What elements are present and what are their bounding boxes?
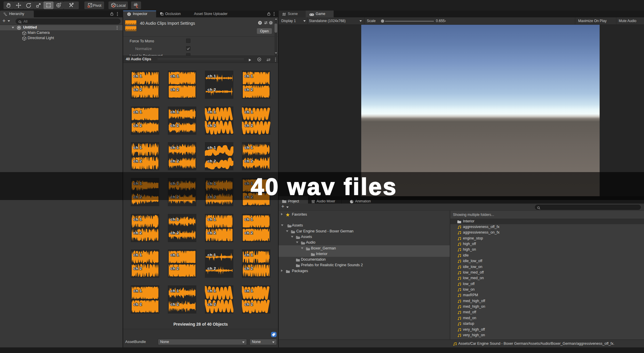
- svg-text:ch 1: ch 1: [133, 217, 142, 222]
- svg-text:ch 2: ch 2: [170, 87, 179, 92]
- svg-text:ch 2: ch 2: [208, 302, 216, 307]
- svg-text:ch 1: ch 1: [208, 74, 216, 78]
- svg-text:ch 2: ch 2: [170, 266, 179, 271]
- svg-text:ch 2: ch 2: [208, 231, 216, 235]
- svg-text:ch 1: ch 1: [133, 289, 142, 293]
- svg-text:ch 2: ch 2: [208, 87, 216, 92]
- svg-text:ch 1: ch 1: [245, 74, 253, 78]
- svg-text:ch 1: ch 1: [170, 253, 179, 257]
- svg-text:ch 2: ch 2: [245, 266, 253, 271]
- svg-text:ch 2: ch 2: [133, 302, 142, 307]
- svg-text:ch 1: ch 1: [133, 253, 142, 257]
- svg-text:ch 1: ch 1: [245, 253, 253, 257]
- svg-text:ch 2: ch 2: [133, 231, 142, 235]
- svg-text:ch 2: ch 2: [133, 123, 142, 128]
- svg-text:ch 1: ch 1: [245, 110, 253, 114]
- svg-text:ch 1: ch 1: [133, 74, 142, 78]
- svg-text:ch 1: ch 1: [208, 289, 216, 293]
- svg-text:ch 2: ch 2: [133, 159, 142, 163]
- svg-text:ch 1: ch 1: [245, 145, 253, 150]
- svg-text:ch 1: ch 1: [133, 110, 142, 114]
- svg-text:ch 1: ch 1: [170, 74, 179, 78]
- svg-text:ch 2: ch 2: [208, 266, 216, 271]
- svg-text:ch 1: ch 1: [170, 217, 179, 222]
- svg-text:ch 1: ch 1: [208, 145, 216, 150]
- svg-text:ch 2: ch 2: [208, 123, 216, 128]
- svg-text:ch 2: ch 2: [133, 87, 142, 92]
- svg-text:ch 2: ch 2: [170, 123, 179, 128]
- svg-text:ch 1: ch 1: [133, 145, 142, 150]
- svg-text:ch 2: ch 2: [245, 231, 253, 235]
- svg-text:ch 1: ch 1: [170, 289, 179, 293]
- svg-text:ch 1: ch 1: [170, 110, 179, 114]
- svg-text:ch 2: ch 2: [170, 159, 179, 163]
- svg-text:ch 2: ch 2: [170, 231, 179, 235]
- svg-text:ch 1: ch 1: [208, 110, 216, 114]
- svg-text:ch 1: ch 1: [170, 145, 179, 150]
- svg-text:?: ?: [259, 21, 261, 24]
- svg-text:ch 2: ch 2: [245, 159, 253, 163]
- svg-text:ch 1: ch 1: [208, 217, 216, 222]
- svg-text:ch 1: ch 1: [245, 217, 253, 222]
- svg-text:ch 2: ch 2: [208, 159, 216, 163]
- svg-text:ch 2: ch 2: [133, 266, 142, 271]
- svg-text:ch 2: ch 2: [170, 302, 179, 307]
- svg-text:ch 1: ch 1: [208, 253, 216, 257]
- svg-text:ch 2: ch 2: [245, 123, 253, 128]
- svg-text:ch 1: ch 1: [245, 289, 253, 293]
- svg-text:ch 2: ch 2: [245, 87, 253, 92]
- svg-text:ch 2: ch 2: [245, 302, 253, 307]
